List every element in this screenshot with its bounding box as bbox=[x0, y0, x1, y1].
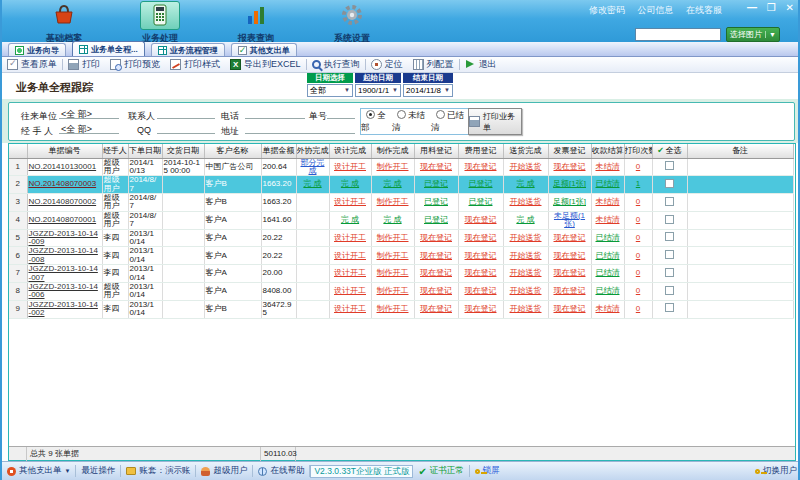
status-link[interactable]: 制作开工 bbox=[377, 268, 409, 277]
partner-field[interactable]: <全 部> bbox=[59, 108, 119, 119]
status-link[interactable]: 足额[1张] bbox=[553, 179, 586, 188]
online-service-link[interactable]: 在线客服 bbox=[686, 5, 722, 15]
order-number-link[interactable]: JGZZD-2013-10-14-007 bbox=[29, 265, 98, 282]
close-button[interactable]: ✕ bbox=[786, 2, 794, 13]
ribbon-item-settings[interactable]: 系统设置 bbox=[304, 1, 400, 41]
column-header[interactable]: 单据编号 bbox=[27, 144, 102, 158]
column-header[interactable] bbox=[9, 144, 27, 158]
status-link[interactable]: 已登记 bbox=[424, 179, 448, 188]
column-header[interactable]: 收款结算 bbox=[591, 144, 624, 158]
print-count-link[interactable]: 0 bbox=[636, 215, 640, 224]
status-link[interactable]: 现在登记 bbox=[420, 268, 452, 277]
status-link[interactable]: 完 成 bbox=[516, 215, 534, 224]
row-select-checkbox[interactable] bbox=[665, 286, 674, 295]
status-link[interactable]: 设计开工 bbox=[334, 304, 366, 313]
table-row[interactable]: 2NO.201408070003超级用户2014/8/7客户B1663.20完 … bbox=[9, 176, 793, 194]
column-header[interactable]: 单据金额 bbox=[261, 144, 296, 158]
statusbar-other-expense[interactable]: 其他支出单▼ bbox=[2, 465, 75, 477]
status-link[interactable]: 开始送货 bbox=[510, 162, 542, 171]
order-number-link[interactable]: JGZZD-2013-10-14-002 bbox=[29, 300, 98, 317]
radio-settled[interactable]: 已结清 bbox=[431, 110, 470, 134]
status-link[interactable]: 已登记 bbox=[469, 179, 493, 188]
table-row[interactable]: 4NO.201408070001超级用户2014/8/7客户A1641.60完 … bbox=[9, 211, 793, 229]
column-header[interactable]: 外协完成 bbox=[296, 144, 329, 158]
print-count-link[interactable]: 0 bbox=[636, 251, 640, 260]
column-header[interactable]: 备注 bbox=[687, 144, 793, 158]
status-link[interactable]: 足额[1张] bbox=[553, 197, 586, 206]
radio-unsettled[interactable]: 未结清 bbox=[392, 110, 431, 134]
column-header[interactable]: 客户名称 bbox=[204, 144, 261, 158]
run-query-button[interactable]: 执行查询 bbox=[307, 58, 365, 71]
status-link[interactable]: 未结清 bbox=[596, 304, 620, 313]
order-number-link[interactable]: NO.201408070002 bbox=[29, 197, 97, 206]
tab-order-tracking[interactable]: 业务单全程... bbox=[72, 41, 145, 56]
print-count-link[interactable]: 0 bbox=[636, 162, 640, 171]
status-link[interactable]: 完 成 bbox=[341, 179, 359, 188]
status-link[interactable]: 设计开工 bbox=[334, 286, 366, 295]
radio-all[interactable]: 全部 bbox=[361, 110, 392, 134]
status-link[interactable]: 已登记 bbox=[424, 215, 448, 224]
ribbon-item-business[interactable]: 业务处理 bbox=[112, 1, 208, 41]
order-number-link[interactable]: JGZZD-2013-10-14-006 bbox=[29, 282, 98, 299]
print-button[interactable]: 打印 bbox=[63, 58, 105, 71]
status-link[interactable]: 现在登记 bbox=[554, 286, 586, 295]
tab-other-expense[interactable]: 其他支出单 bbox=[231, 43, 297, 56]
status-link[interactable]: 设计开工 bbox=[334, 197, 366, 206]
status-link[interactable]: 已结清 bbox=[596, 286, 620, 295]
status-link[interactable]: 开始送货 bbox=[510, 286, 542, 295]
status-link[interactable]: 现在登记 bbox=[465, 304, 497, 313]
table-row[interactable]: 1NO.201410130001超级用户2014/10/132014-10-15… bbox=[9, 158, 793, 176]
order-number-link[interactable]: JGZZD-2013-10-14-009 bbox=[29, 229, 98, 246]
row-select-checkbox[interactable] bbox=[665, 197, 674, 206]
table-row[interactable]: 6JGZZD-2013-10-14-008李四2013/10/14客户A20.2… bbox=[9, 247, 793, 265]
status-link[interactable]: 现在登记 bbox=[554, 304, 586, 313]
tab-business-wizard[interactable]: 业务向导 bbox=[8, 43, 66, 56]
status-link[interactable]: 已结清 bbox=[596, 179, 620, 188]
print-preview-button[interactable]: 打印预览 bbox=[105, 58, 165, 71]
column-header[interactable]: 制作完成 bbox=[371, 144, 414, 158]
column-header[interactable]: 发票登记 bbox=[548, 144, 591, 158]
print-count-link[interactable]: 0 bbox=[636, 268, 640, 277]
status-link[interactable]: 完 成 bbox=[516, 179, 534, 188]
table-row[interactable]: 3NO.201408070002超级用户2014/8/7客户B1663.20设计… bbox=[9, 194, 793, 212]
status-link[interactable]: 制作开工 bbox=[377, 286, 409, 295]
column-header[interactable]: 设计完成 bbox=[329, 144, 371, 158]
column-header[interactable]: 费用登记 bbox=[458, 144, 503, 158]
status-link[interactable]: 已结清 bbox=[596, 233, 620, 242]
status-link[interactable]: 完 成 bbox=[303, 179, 321, 188]
status-link[interactable]: 制作开工 bbox=[377, 233, 409, 242]
status-link[interactable]: 开始送货 bbox=[510, 304, 542, 313]
ribbon-item-base-archive[interactable]: 基础档案 bbox=[16, 1, 112, 41]
status-link[interactable]: 现在登记 bbox=[465, 233, 497, 242]
row-select-checkbox[interactable] bbox=[665, 268, 674, 277]
status-link[interactable]: 未结清 bbox=[596, 162, 620, 171]
print-count-link[interactable]: 0 bbox=[636, 233, 640, 242]
table-row[interactable]: 8JGZZD-2013-10-14-006超级用户2013/10/14客户A84… bbox=[9, 282, 793, 300]
status-link[interactable]: 现在登记 bbox=[465, 268, 497, 277]
status-link[interactable]: 现在登记 bbox=[420, 304, 452, 313]
export-excel-button[interactable]: 导出到EXCEL bbox=[225, 58, 306, 71]
status-link[interactable]: 制作开工 bbox=[377, 197, 409, 206]
change-password-link[interactable]: 修改密码 bbox=[589, 5, 625, 15]
status-link[interactable]: 完 成 bbox=[383, 179, 401, 188]
table-row[interactable]: 9JGZZD-2013-10-14-002李四2013/10/14客户B3647… bbox=[9, 300, 793, 318]
order-number-link[interactable]: NO.201410130001 bbox=[29, 162, 97, 171]
tab-process-management[interactable]: 业务流程管理 bbox=[151, 43, 225, 56]
status-link[interactable]: 未结清 bbox=[596, 197, 620, 206]
status-link[interactable]: 现在登记 bbox=[554, 233, 586, 242]
minimize-button[interactable]: — bbox=[747, 2, 757, 13]
contact-field[interactable] bbox=[157, 108, 215, 119]
start-date-dropdown[interactable]: 1900/1/1▼ bbox=[355, 84, 401, 97]
print-count-link[interactable]: 0 bbox=[636, 197, 640, 206]
status-link[interactable]: 现在登记 bbox=[465, 286, 497, 295]
column-header[interactable]: 经手人 bbox=[102, 144, 128, 158]
order-number-link[interactable]: NO.201408070001 bbox=[29, 215, 97, 224]
status-link[interactable]: 设计开工 bbox=[334, 268, 366, 277]
company-info-link[interactable]: 公司信息 bbox=[637, 5, 673, 15]
print-count-link[interactable]: 0 bbox=[636, 304, 640, 313]
print-count-link[interactable]: 0 bbox=[636, 286, 640, 295]
row-select-checkbox[interactable] bbox=[665, 303, 674, 312]
column-header[interactable]: 交货日期 bbox=[162, 144, 204, 158]
status-link[interactable]: 设计开工 bbox=[334, 233, 366, 242]
pick-image-button[interactable]: 选择图片▼ bbox=[726, 27, 780, 42]
